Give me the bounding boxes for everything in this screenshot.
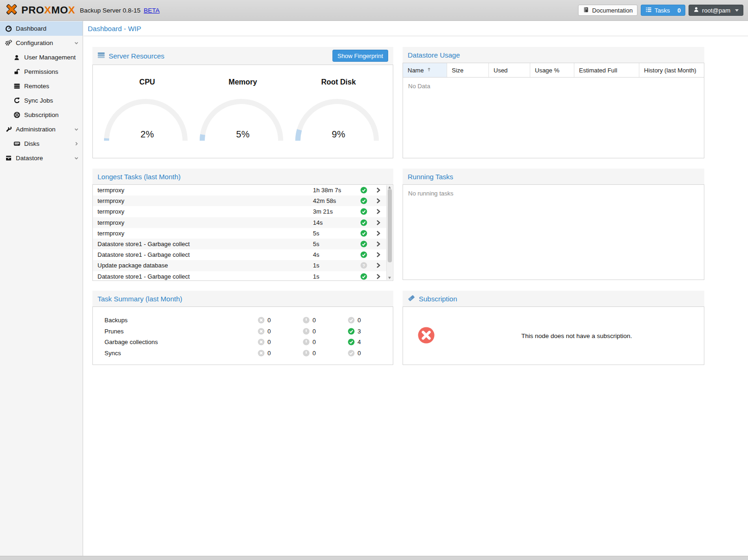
open-task-chevron-icon[interactable] (370, 273, 386, 280)
running-tasks-empty-text: No running tasks (403, 185, 704, 197)
sidebar-item-administration[interactable]: Administration (0, 122, 83, 137)
summary-row-backups: Backups 0 0 0 (93, 315, 393, 326)
ok-icon (360, 219, 367, 226)
cpu-gauge: CPU 2% (103, 78, 192, 143)
warning-icon (303, 350, 310, 357)
column-header-history[interactable]: History (last Month) (639, 63, 704, 77)
subscription-panel: Subscription This node does not have a s… (403, 291, 704, 365)
user-menu-button[interactable]: root@pam (689, 5, 743, 16)
sidebar-item-permissions[interactable]: Permissions (0, 65, 83, 79)
datastore-usage-panel: Datastore Usage Name Size Used Usage % E… (403, 47, 704, 158)
chevron-down-icon (74, 156, 79, 161)
error-icon (258, 328, 265, 335)
column-header-name[interactable]: Name (403, 63, 447, 77)
summary-row-prunes: Prunes 0 0 3 (93, 326, 393, 337)
warning-icon (303, 339, 310, 345)
server-resources-body: CPU 2% Memory 5% (92, 65, 393, 158)
sidebar-item-datastore[interactable]: Datastore (0, 151, 83, 165)
documentation-button[interactable]: Documentation (578, 5, 637, 16)
no-subscription-icon (418, 327, 435, 345)
open-task-chevron-icon[interactable] (370, 208, 386, 215)
task-row[interactable]: Datastore store1 - Garbage collect 1s ? (93, 271, 386, 281)
longest-tasks-list: termproxy 1h 38m 7s ? termproxy 42m 58s (93, 185, 386, 280)
open-task-chevron-icon[interactable] (370, 197, 386, 204)
summary-row-syncs: Syncs 0 0 0 (93, 348, 393, 359)
task-row[interactable]: termproxy 42m 58s ? (93, 195, 386, 206)
ticket-icon (408, 294, 415, 303)
scroll-up-icon[interactable] (388, 186, 391, 189)
server-resources-header: Server Resources Show Fingerprint (92, 47, 393, 65)
task-summary-body: Backups 0 0 0 (92, 306, 393, 365)
scroll-down-icon[interactable] (388, 277, 391, 279)
sidebar-item-disks[interactable]: Disks (0, 137, 83, 151)
running-tasks-header: Running Tasks (403, 169, 704, 184)
open-task-chevron-icon[interactable] (370, 230, 386, 237)
beta-link[interactable]: BETA (144, 7, 160, 14)
dashboard-icon (5, 25, 12, 32)
user-icon (13, 54, 20, 61)
open-task-chevron-icon[interactable] (370, 219, 386, 226)
column-header-usage-pct[interactable]: Usage % (530, 63, 574, 77)
topbar-actions: Documentation Tasks 0 (578, 5, 743, 16)
summary-row-garbage-collections: Garbage collections 0 0 4 (93, 337, 393, 348)
task-row[interactable]: termproxy 14s ? (93, 217, 386, 228)
subscription-body: This node does not have a subscription. (403, 306, 704, 365)
ok-icon (360, 230, 367, 237)
column-header-estimated-full[interactable]: Estimated Full (574, 63, 639, 77)
sidebar-item-user-management[interactable]: User Management (0, 50, 83, 65)
datastore-table-header: Name Size Used Usage % Estimated Full Hi… (403, 63, 704, 78)
sidebar-item-dashboard[interactable]: Dashboard (0, 21, 83, 36)
task-row[interactable]: termproxy 5s ? (93, 228, 386, 239)
datastore-usage-body: Name Size Used Usage % Estimated Full Hi… (403, 63, 704, 158)
longest-tasks-header: Longest Tasks (last Month) (92, 169, 393, 184)
server-resources-panel: Server Resources Show Fingerprint CPU 2%… (92, 47, 393, 158)
remotes-icon (13, 83, 20, 90)
question-icon: ? (360, 262, 367, 269)
book-icon (583, 7, 589, 14)
running-tasks-title: Running Tasks (408, 173, 453, 181)
scrollbar-thumb[interactable] (388, 189, 392, 262)
user-icon (693, 7, 699, 14)
longest-tasks-scrollbar[interactable] (386, 185, 392, 280)
task-summary-panel: Task Summary (last Month) Backups 0 0 (92, 291, 393, 365)
task-row[interactable]: termproxy 3m 21s ? (93, 206, 386, 217)
chevron-right-icon (74, 141, 79, 146)
memory-gauge: Memory 5% (198, 78, 287, 143)
ok-icon (360, 208, 367, 215)
ok-icon (348, 317, 355, 324)
subscription-header: Subscription (403, 291, 704, 306)
column-header-used[interactable]: Used (489, 63, 530, 77)
ok-icon (348, 328, 355, 335)
support-icon (13, 111, 20, 118)
ok-icon (348, 339, 355, 345)
open-task-chevron-icon[interactable] (370, 241, 386, 247)
open-task-chevron-icon[interactable] (370, 262, 386, 269)
open-task-chevron-icon[interactable] (370, 187, 386, 194)
chevron-down-icon (74, 127, 79, 132)
topbar: PROXMOX Backup Server 0.8-15 BETA Docume… (0, 0, 748, 21)
datastore-usage-header: Datastore Usage (403, 47, 704, 63)
sidebar-item-sync-jobs[interactable]: Sync Jobs (0, 93, 83, 108)
open-task-chevron-icon[interactable] (370, 251, 386, 258)
sidebar-item-configuration[interactable]: Configuration (0, 36, 83, 50)
ok-icon (360, 273, 367, 280)
task-row[interactable]: Datastore store1 - Garbage collect 4s ? (93, 249, 386, 260)
tasks-button[interactable]: Tasks 0 (641, 5, 685, 16)
task-row[interactable]: Update package database 1s ? (93, 260, 386, 271)
longest-tasks-title: Longest Tasks (last Month) (98, 173, 181, 181)
task-row[interactable]: Datastore store1 - Garbage collect 5s ? (93, 239, 386, 249)
show-fingerprint-button[interactable]: Show Fingerprint (332, 50, 388, 62)
task-summary-header: Task Summary (last Month) (92, 291, 393, 306)
page-title: Dashboard - WIP (84, 21, 748, 36)
sidebar-item-subscription[interactable]: Subscription (0, 108, 83, 122)
datastore-usage-title: Datastore Usage (408, 51, 460, 59)
proxmox-logo-icon (5, 2, 19, 18)
ok-icon (360, 251, 367, 258)
chevron-down-icon (74, 40, 79, 46)
task-row[interactable]: termproxy 1h 38m 7s ? (93, 185, 386, 195)
longest-tasks-panel: Longest Tasks (last Month) termproxy 1h … (92, 169, 393, 281)
task-summary-title: Task Summary (last Month) (98, 295, 182, 303)
column-header-size[interactable]: Size (447, 63, 489, 77)
sidebar-item-remotes[interactable]: Remotes (0, 79, 83, 93)
proxmox-brand: PROXMOX (5, 2, 75, 18)
